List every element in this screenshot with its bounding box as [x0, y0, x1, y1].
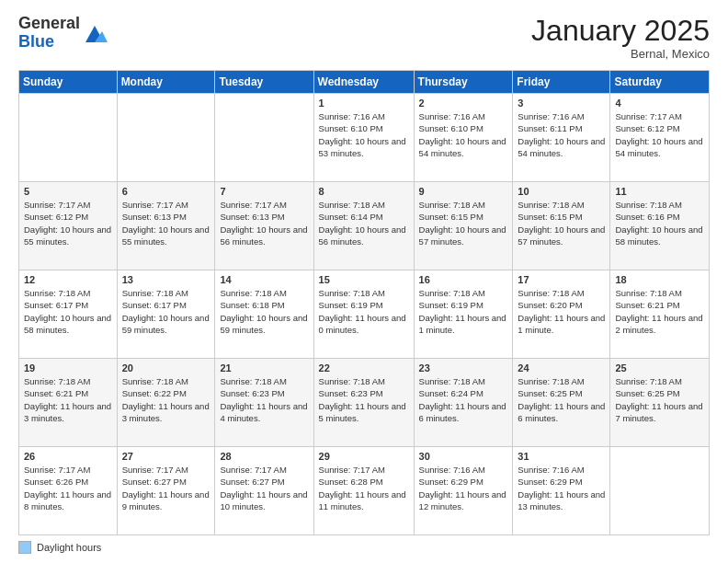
day-info: Sunrise: 7:18 AM Sunset: 6:15 PM Dayligh…: [419, 199, 508, 247]
day-header-sunday: Sunday: [19, 71, 118, 94]
day-header-friday: Friday: [513, 71, 610, 94]
day-info: Sunrise: 7:18 AM Sunset: 6:22 PM Dayligh…: [122, 375, 210, 424]
day-number: 6: [122, 186, 210, 197]
header: General Blue January 2025 Bernal, Mexico: [18, 15, 710, 61]
day-number: 23: [419, 362, 508, 373]
day-number: 29: [319, 451, 409, 462]
daylight-swatch: [18, 541, 31, 554]
day-cell: 22Sunrise: 7:18 AM Sunset: 6:23 PM Dayli…: [313, 359, 414, 447]
week-row-2: 5Sunrise: 7:17 AM Sunset: 6:12 PM Daylig…: [19, 182, 710, 270]
day-number: 21: [220, 362, 308, 373]
day-cell: [215, 94, 313, 182]
day-cell: 6Sunrise: 7:17 AM Sunset: 6:13 PM Daylig…: [117, 182, 215, 270]
day-info: Sunrise: 7:18 AM Sunset: 6:23 PM Dayligh…: [220, 375, 308, 424]
day-cell: 2Sunrise: 7:16 AM Sunset: 6:10 PM Daylig…: [414, 94, 513, 182]
logo-general: General: [18, 14, 80, 32]
day-number: 7: [220, 186, 308, 197]
daylight-label: Daylight hours: [37, 542, 101, 553]
day-header-wednesday: Wednesday: [313, 71, 414, 94]
day-cell: 5Sunrise: 7:17 AM Sunset: 6:12 PM Daylig…: [19, 182, 118, 270]
day-number: 10: [518, 186, 605, 197]
day-number: 24: [518, 362, 605, 373]
day-number: 8: [319, 186, 409, 197]
day-number: 20: [122, 362, 210, 373]
day-cell: 25Sunrise: 7:18 AM Sunset: 6:25 PM Dayli…: [610, 359, 710, 447]
calendar-table: SundayMondayTuesdayWednesdayThursdayFrid…: [18, 70, 710, 535]
week-row-5: 26Sunrise: 7:17 AM Sunset: 6:26 PM Dayli…: [19, 447, 710, 535]
day-info: Sunrise: 7:18 AM Sunset: 6:20 PM Dayligh…: [518, 287, 605, 336]
day-info: Sunrise: 7:17 AM Sunset: 6:13 PM Dayligh…: [220, 199, 308, 247]
day-number: 9: [419, 186, 508, 197]
day-number: 15: [319, 274, 409, 285]
day-cell: 30Sunrise: 7:16 AM Sunset: 6:29 PM Dayli…: [414, 447, 513, 535]
day-cell: 23Sunrise: 7:18 AM Sunset: 6:24 PM Dayli…: [414, 359, 513, 447]
footer: Daylight hours: [18, 541, 710, 554]
day-info: Sunrise: 7:16 AM Sunset: 6:29 PM Dayligh…: [518, 464, 605, 512]
day-info: Sunrise: 7:18 AM Sunset: 6:21 PM Dayligh…: [615, 287, 704, 336]
day-cell: 16Sunrise: 7:18 AM Sunset: 6:19 PM Dayli…: [414, 270, 513, 359]
day-cell: 14Sunrise: 7:18 AM Sunset: 6:18 PM Dayli…: [215, 270, 313, 359]
logo-blue: Blue: [18, 32, 54, 51]
day-number: 17: [518, 274, 605, 285]
day-cell: 17Sunrise: 7:18 AM Sunset: 6:20 PM Dayli…: [513, 270, 610, 359]
day-header-saturday: Saturday: [610, 71, 710, 94]
day-cell: 29Sunrise: 7:17 AM Sunset: 6:28 PM Dayli…: [313, 447, 414, 535]
week-row-4: 19Sunrise: 7:18 AM Sunset: 6:21 PM Dayli…: [19, 359, 710, 447]
day-info: Sunrise: 7:18 AM Sunset: 6:25 PM Dayligh…: [518, 375, 605, 424]
day-cell: 26Sunrise: 7:17 AM Sunset: 6:26 PM Dayli…: [19, 447, 118, 535]
day-cell: 1Sunrise: 7:16 AM Sunset: 6:10 PM Daylig…: [313, 94, 414, 182]
day-number: 4: [615, 98, 704, 109]
day-number: 5: [24, 186, 112, 197]
logo: General Blue: [18, 15, 108, 52]
day-cell: 8Sunrise: 7:18 AM Sunset: 6:14 PM Daylig…: [313, 182, 414, 270]
day-cell: [19, 94, 118, 182]
day-info: Sunrise: 7:17 AM Sunset: 6:27 PM Dayligh…: [122, 464, 210, 512]
day-number: 27: [122, 451, 210, 462]
day-number: 25: [615, 362, 704, 373]
week-row-3: 12Sunrise: 7:18 AM Sunset: 6:17 PM Dayli…: [19, 270, 710, 359]
week-row-1: 1Sunrise: 7:16 AM Sunset: 6:10 PM Daylig…: [19, 94, 710, 182]
day-info: Sunrise: 7:18 AM Sunset: 6:25 PM Dayligh…: [615, 375, 704, 424]
day-cell: 20Sunrise: 7:18 AM Sunset: 6:22 PM Dayli…: [117, 359, 215, 447]
day-cell: 7Sunrise: 7:17 AM Sunset: 6:13 PM Daylig…: [215, 182, 313, 270]
day-number: 16: [419, 274, 508, 285]
day-info: Sunrise: 7:18 AM Sunset: 6:17 PM Dayligh…: [122, 287, 210, 336]
day-info: Sunrise: 7:18 AM Sunset: 6:16 PM Dayligh…: [615, 199, 704, 247]
day-number: 30: [419, 451, 508, 462]
day-cell: 21Sunrise: 7:18 AM Sunset: 6:23 PM Dayli…: [215, 359, 313, 447]
day-info: Sunrise: 7:18 AM Sunset: 6:15 PM Dayligh…: [518, 199, 605, 247]
day-cell: 13Sunrise: 7:18 AM Sunset: 6:17 PM Dayli…: [117, 270, 215, 359]
day-info: Sunrise: 7:18 AM Sunset: 6:24 PM Dayligh…: [419, 375, 508, 424]
day-cell: 15Sunrise: 7:18 AM Sunset: 6:19 PM Dayli…: [313, 270, 414, 359]
day-info: Sunrise: 7:18 AM Sunset: 6:19 PM Dayligh…: [319, 287, 409, 336]
day-cell: 11Sunrise: 7:18 AM Sunset: 6:16 PM Dayli…: [610, 182, 710, 270]
day-number: 11: [615, 186, 704, 197]
day-header-tuesday: Tuesday: [215, 71, 313, 94]
day-number: 2: [419, 98, 508, 109]
day-number: 1: [319, 98, 409, 109]
day-number: 14: [220, 274, 308, 285]
day-cell: 31Sunrise: 7:16 AM Sunset: 6:29 PM Dayli…: [513, 447, 610, 535]
day-number: 18: [615, 274, 704, 285]
day-info: Sunrise: 7:18 AM Sunset: 6:23 PM Dayligh…: [319, 375, 409, 424]
day-info: Sunrise: 7:16 AM Sunset: 6:11 PM Dayligh…: [518, 110, 605, 159]
day-header-thursday: Thursday: [414, 71, 513, 94]
day-cell: 28Sunrise: 7:17 AM Sunset: 6:27 PM Dayli…: [215, 447, 313, 535]
day-info: Sunrise: 7:17 AM Sunset: 6:13 PM Dayligh…: [122, 199, 210, 247]
day-number: 12: [24, 274, 112, 285]
day-cell: 24Sunrise: 7:18 AM Sunset: 6:25 PM Dayli…: [513, 359, 610, 447]
day-info: Sunrise: 7:18 AM Sunset: 6:21 PM Dayligh…: [24, 375, 112, 424]
day-number: 19: [24, 362, 112, 373]
day-number: 22: [319, 362, 409, 373]
day-cell: 4Sunrise: 7:17 AM Sunset: 6:12 PM Daylig…: [610, 94, 710, 182]
day-cell: [117, 94, 215, 182]
day-info: Sunrise: 7:16 AM Sunset: 6:10 PM Dayligh…: [419, 110, 508, 159]
day-info: Sunrise: 7:16 AM Sunset: 6:29 PM Dayligh…: [419, 464, 508, 512]
day-cell: 10Sunrise: 7:18 AM Sunset: 6:15 PM Dayli…: [513, 182, 610, 270]
day-cell: 12Sunrise: 7:18 AM Sunset: 6:17 PM Dayli…: [19, 270, 118, 359]
title-block: January 2025 Bernal, Mexico: [531, 15, 710, 61]
day-cell: [610, 447, 710, 535]
day-info: Sunrise: 7:18 AM Sunset: 6:17 PM Dayligh…: [24, 287, 112, 336]
day-info: Sunrise: 7:17 AM Sunset: 6:12 PM Dayligh…: [24, 199, 112, 247]
logo-icon: [82, 20, 108, 46]
